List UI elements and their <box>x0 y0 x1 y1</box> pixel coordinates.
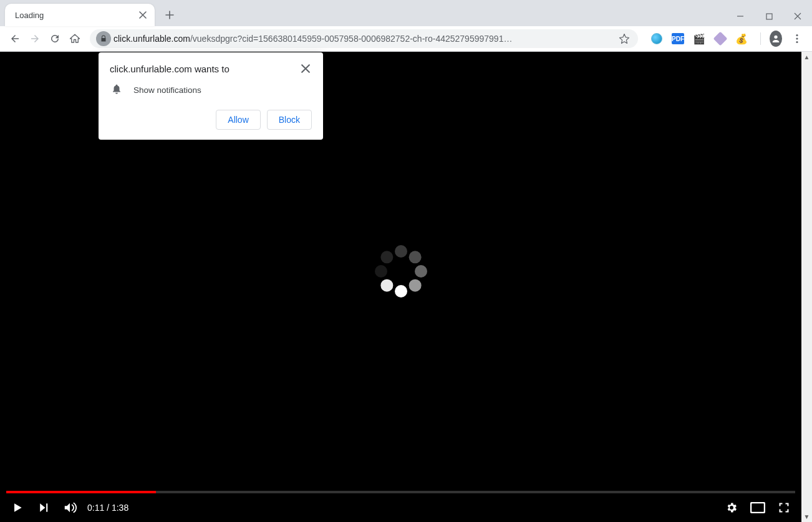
svg-point-2 <box>796 34 798 36</box>
block-button[interactable]: Block <box>267 110 312 130</box>
svg-point-3 <box>796 37 798 39</box>
permission-popup-title: click.unfurlable.com wants to <box>110 62 299 74</box>
svg-point-1 <box>774 36 777 39</box>
url-text: click.unfurlable.com/vueksdpgrc?cid=1566… <box>114 34 617 44</box>
window-close-icon[interactable] <box>783 6 812 26</box>
play-button[interactable] <box>9 499 26 516</box>
svg-rect-6 <box>751 503 765 513</box>
new-tab-button[interactable] <box>161 6 178 24</box>
extension-moneybag-icon[interactable]: 💰 <box>735 32 748 45</box>
tab-close-icon[interactable] <box>137 9 148 21</box>
scroll-up-icon[interactable]: ▲ <box>801 52 812 62</box>
theater-mode-icon[interactable] <box>749 499 766 516</box>
extension-globe-icon[interactable] <box>650 32 663 45</box>
home-button[interactable] <box>65 29 85 49</box>
scroll-track[interactable] <box>801 62 812 511</box>
extension-diamond-icon[interactable] <box>714 32 727 45</box>
address-bar[interactable]: click.unfurlable.com/vueksdpgrc?cid=1566… <box>90 29 638 48</box>
video-controls: 0:11 / 1:38 <box>0 493 801 522</box>
loading-spinner-icon <box>373 243 429 299</box>
svg-rect-5 <box>46 503 47 511</box>
bookmark-star-icon[interactable] <box>617 33 632 44</box>
notification-permission-popup: click.unfurlable.com wants to Show notif… <box>99 52 323 140</box>
vertical-scrollbar[interactable]: ▲ ▼ <box>801 52 812 522</box>
reload-button[interactable] <box>45 29 65 49</box>
toolbar-divider <box>760 32 761 45</box>
profile-avatar-icon[interactable] <box>770 32 782 45</box>
window-maximize-icon[interactable] <box>755 6 783 26</box>
window-minimize-icon[interactable] <box>726 6 755 26</box>
window-controls <box>726 6 812 26</box>
browser-tab[interactable]: Loading <box>5 4 155 26</box>
extension-clapper-icon[interactable]: 🎬 <box>693 32 705 45</box>
browser-toolbar: click.unfurlable.com/vueksdpgrc?cid=1566… <box>0 26 812 52</box>
permission-popup-close-icon[interactable] <box>299 62 312 75</box>
next-button[interactable] <box>35 499 52 516</box>
extension-pdf-icon[interactable]: PDF <box>672 32 684 45</box>
svg-rect-0 <box>766 14 772 19</box>
permission-item-label: Show notifications <box>133 85 201 95</box>
video-progress-fill <box>6 491 156 493</box>
url-host: click.unfurlable.com <box>114 34 190 44</box>
scroll-down-icon[interactable]: ▼ <box>801 511 812 522</box>
back-button[interactable] <box>5 29 25 49</box>
allow-button[interactable]: Allow <box>216 110 260 130</box>
bell-icon <box>111 84 123 96</box>
url-path: /vueksdpgrc?cid=1566380145959-0057958-00… <box>190 34 512 44</box>
fullscreen-icon[interactable] <box>775 499 793 516</box>
svg-point-4 <box>796 41 798 43</box>
tab-title: Loading <box>15 11 137 20</box>
site-lock-icon[interactable] <box>96 31 111 46</box>
forward-button <box>25 29 45 49</box>
extensions-row: PDF 🎬 💰 <box>643 32 807 45</box>
settings-gear-icon[interactable] <box>723 499 740 516</box>
volume-button[interactable] <box>61 499 79 516</box>
tab-strip: Loading <box>0 0 812 26</box>
video-time-display: 0:11 / 1:38 <box>87 503 128 513</box>
browser-menu-icon[interactable] <box>791 32 803 45</box>
video-progress-bar[interactable] <box>6 491 795 493</box>
